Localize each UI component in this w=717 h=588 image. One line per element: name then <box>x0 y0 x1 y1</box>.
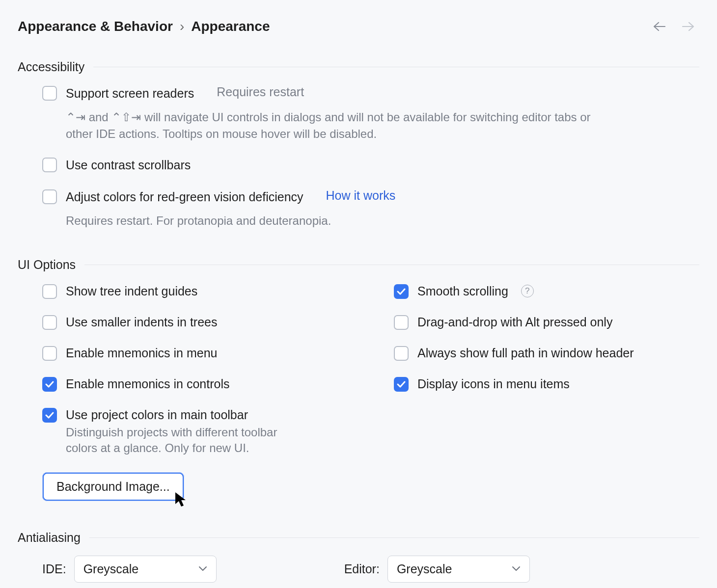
checkbox-mnemonics-menu[interactable] <box>42 346 57 361</box>
desc-screen-readers: ⌃⇥ and ⌃⇧⇥ will navigate UI controls in … <box>66 109 606 142</box>
breadcrumb: Appearance & Behavior › Appearance <box>18 19 270 34</box>
hint-requires-restart: Requires restart <box>217 85 304 99</box>
label-tree-indent-guides: Show tree indent guides <box>66 283 197 300</box>
label-smooth-scrolling: Smooth scrolling <box>417 283 508 300</box>
checkbox-smaller-indents[interactable] <box>42 315 57 330</box>
section-title-antialiasing: Antialiasing <box>18 531 81 545</box>
desc-color-deficiency: Requires restart. For protanopia and deu… <box>66 213 606 229</box>
page-header: Appearance & Behavior › Appearance <box>18 19 699 34</box>
label-contrast-scrollbars: Use contrast scrollbars <box>66 157 191 174</box>
breadcrumb-group: Appearance & Behavior <box>18 19 173 34</box>
info-icon[interactable]: ? <box>521 285 534 297</box>
checkbox-tree-indent-guides[interactable] <box>42 284 57 299</box>
label-dnd-alt: Drag-and-drop with Alt pressed only <box>417 314 612 331</box>
checkbox-screen-readers[interactable] <box>42 86 57 101</box>
chevron-down-icon <box>198 566 207 572</box>
label-color-deficiency: Adjust colors for red-green vision defic… <box>66 188 303 206</box>
label-project-colors: Use project colors in main toolbar <box>66 406 248 424</box>
select-editor-aa[interactable]: Greyscale <box>387 556 530 583</box>
checkbox-mnemonics-controls[interactable] <box>42 377 57 392</box>
checkbox-smooth-scrolling[interactable] <box>394 284 409 299</box>
divider <box>89 537 699 538</box>
divider <box>84 265 699 265</box>
checkbox-project-colors[interactable] <box>42 408 57 423</box>
label-full-path-header: Always show full path in window header <box>417 345 634 362</box>
breadcrumb-page: Appearance <box>191 19 270 34</box>
divider <box>93 67 699 67</box>
checkbox-color-deficiency[interactable] <box>42 189 57 204</box>
select-editor-aa-value: Greyscale <box>397 562 452 576</box>
section-ui-options-header: UI Options <box>18 258 699 272</box>
label-editor-aa: Editor: <box>344 562 380 576</box>
link-how-it-works[interactable]: How it works <box>326 188 396 203</box>
back-icon[interactable] <box>652 20 666 33</box>
section-title-ui-options: UI Options <box>18 258 76 272</box>
chevron-down-icon <box>512 566 521 572</box>
label-smaller-indents: Use smaller indents in trees <box>66 314 217 331</box>
checkbox-full-path-header[interactable] <box>394 346 409 361</box>
select-ide-aa-value: Greyscale <box>83 562 139 576</box>
nav-arrows <box>652 20 699 33</box>
label-icons-menu: Display icons in menu items <box>417 375 570 393</box>
forward-icon[interactable] <box>682 20 695 33</box>
desc-project-colors: Distinguish projects with different tool… <box>66 425 302 456</box>
checkbox-dnd-alt[interactable] <box>394 315 409 330</box>
checkbox-contrast-scrollbars[interactable] <box>42 158 57 172</box>
select-ide-aa[interactable]: Greyscale <box>74 556 217 583</box>
label-mnemonics-controls: Enable mnemonics in controls <box>66 375 230 393</box>
background-image-button[interactable]: Background Image... <box>42 472 184 501</box>
checkbox-icons-menu[interactable] <box>394 377 409 392</box>
label-screen-readers: Support screen readers <box>66 85 194 102</box>
label-mnemonics-menu: Enable mnemonics in menu <box>66 345 218 362</box>
section-title-accessibility: Accessibility <box>18 60 84 74</box>
section-antialiasing-header: Antialiasing <box>18 531 699 545</box>
breadcrumb-separator: › <box>180 19 184 34</box>
label-ide-aa: IDE: <box>42 562 66 576</box>
section-accessibility-header: Accessibility <box>18 60 699 74</box>
